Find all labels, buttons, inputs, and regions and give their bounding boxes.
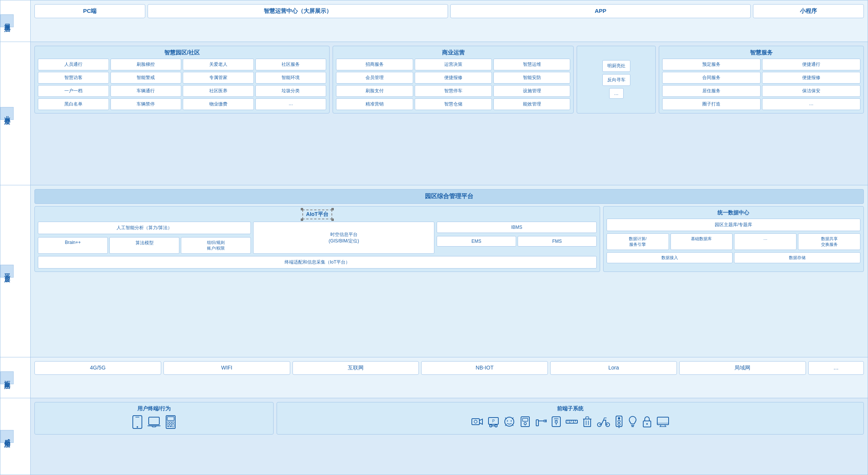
biz-item: 黑白名单 — [38, 98, 109, 110]
biz-item: 精准营销 — [336, 98, 413, 110]
biz-item: 设施管理 — [493, 85, 571, 97]
biz-item: 专属管家 — [183, 72, 254, 84]
data-dots: … — [734, 233, 796, 250]
convergence-layer-label: 汇聚层 — [0, 371, 14, 384]
frontend-systems-section: 前端子系统 — [277, 402, 864, 435]
special-item-dots: … — [609, 88, 624, 99]
smart-service-grid: 预定服务 便捷通行 合同服务 便捷报修 居住服务 保洁保安 圈子打造 … — [662, 59, 860, 110]
scooter-icon — [597, 416, 610, 429]
data-storage: 数据存储 — [734, 252, 860, 263]
face-recognition-icon — [504, 416, 515, 430]
algo-model: 算法模型 — [109, 237, 179, 254]
svg-point-41 — [555, 421, 557, 423]
org-rule-acct: 组织/规则 账户/权限 — [181, 237, 251, 254]
business-sections: 智慧园区/社区 人员通行 刷脸梯控 关爱老人 社区服务 智慧访客 智能警戒 专属… — [34, 46, 864, 113]
biz-item: 合同服务 — [662, 72, 761, 84]
biz-item: 便捷通行 — [762, 59, 860, 70]
mobile-icon — [132, 415, 143, 431]
biz-item: 招商服务 — [336, 59, 413, 70]
convergence-items: 4G/5G WIFI 互联网 NB-IOT Lora 局域网 … — [34, 361, 864, 375]
pres-ops-center: 智慧运营中心（大屏展示） — [148, 4, 448, 18]
user-terminal-icons — [38, 415, 270, 431]
camera-icon — [471, 416, 483, 429]
spatio-platform: 时空信息平台 (GIS/BIM/定位) — [253, 222, 434, 254]
biz-item: 智慧停车 — [415, 85, 492, 97]
data-bottom-row: 数据接入 数据存储 — [607, 252, 860, 263]
biz-item: 运营决策 — [415, 59, 492, 70]
terminal-box: 终端适配和信息采集（IoT平台） — [38, 256, 597, 269]
pres-app: APP — [450, 4, 751, 18]
ai-analysis-box: 人工智能分析（算力/算法） — [38, 222, 251, 234]
biz-item: 智慧访客 — [38, 72, 109, 84]
biz-item: 智能安防 — [493, 72, 571, 84]
svg-rect-10 — [167, 422, 169, 423]
waste-bin-icon — [582, 416, 592, 430]
commercial-ops-title: 商业运营 — [336, 49, 570, 56]
svg-point-64 — [646, 423, 648, 425]
aiot-sub-row: Brain++ 算法模型 组织/规则 账户/权限 — [38, 237, 251, 254]
svg-rect-3 — [149, 417, 159, 425]
lock-icon — [642, 416, 652, 430]
biz-item: 社区医养 — [183, 85, 254, 97]
conv-wifi: WIFI — [163, 361, 290, 375]
business-layer-label: 业务层 — [0, 107, 14, 120]
biz-item: 能效管理 — [493, 98, 571, 110]
commercial-ops-grid: 招商服务 运营决策 智慧运维 会员管理 便捷报修 智能安防 刷脸支付 智慧停车 … — [336, 59, 570, 110]
perception-layer: 感知层 用户终端/行为 — [0, 398, 868, 475]
platform-layer-label: 平台层 — [0, 265, 14, 278]
user-terminal-title: 用户终端/行为 — [38, 405, 270, 412]
svg-rect-49 — [584, 419, 591, 427]
biz-item: 一户一档 — [38, 85, 109, 97]
pres-miniapp: 小程序 — [753, 4, 864, 18]
aiot-title-row: AIoT平台 — [38, 210, 597, 219]
svg-rect-13 — [167, 424, 169, 425]
svg-rect-65 — [657, 417, 669, 425]
special-item-mingchu: 明厨亮灶 — [602, 60, 630, 72]
special-item-fxc: 反向寻车 — [602, 74, 630, 86]
traffic-light-icon — [615, 415, 623, 430]
measure-icon — [566, 417, 578, 428]
biz-item: 关爱老人 — [183, 59, 254, 70]
access-control-icon — [520, 416, 531, 430]
data-center-title: 统一数据中心 — [607, 210, 860, 216]
biz-item: 社区服务 — [255, 59, 327, 70]
smart-campus-section: 智慧园区/社区 人员通行 刷脸梯控 关爱老人 社区服务 智慧访客 智能警戒 专属… — [34, 46, 330, 113]
conv-lora: Lora — [550, 361, 677, 375]
svg-rect-18 — [472, 419, 479, 425]
vehicle-gate-icon: P — [488, 416, 499, 430]
biz-item: 刷脸支付 — [336, 85, 413, 97]
light-bulb-icon — [628, 416, 638, 430]
svg-point-21 — [490, 425, 492, 427]
special-items-col: 明厨亮灶 反向寻车 … — [577, 46, 656, 113]
biz-item: … — [255, 98, 327, 110]
biz-item: 智慧仓储 — [415, 98, 492, 110]
theme-db-box: 园区主题库/专题库 — [607, 219, 860, 231]
ibms-box: IBMS — [437, 222, 596, 233]
gate-barrier-icon — [535, 416, 547, 430]
commercial-ops-section: 商业运营 招商服务 运营决策 智慧运维 会员管理 便捷报修 智能安防 刷脸支付 … — [333, 46, 574, 113]
biz-item: 智能警戒 — [110, 72, 182, 84]
basic-db: 基础数据库 — [670, 233, 733, 250]
smart-campus-title: 智慧园区/社区 — [38, 49, 326, 56]
presentation-layer: 展现层 PC端 智慧运营中心（大屏展示） APP 小程序 — [0, 0, 868, 42]
fms-box: FMS — [518, 236, 597, 247]
svg-point-57 — [618, 417, 620, 419]
biz-item: 刷脸梯控 — [110, 59, 182, 70]
biz-item: 会员管理 — [336, 72, 413, 84]
conv-lan: 局域网 — [679, 361, 806, 375]
biz-item: 便捷报修 — [415, 72, 492, 84]
conv-nbiot: NB-IOT — [421, 361, 548, 375]
biz-item: … — [762, 98, 860, 110]
aiot-title-label: AIoT平台 — [306, 211, 328, 217]
svg-point-27 — [510, 421, 512, 422]
aiot-inner-content: 人工智能分析（算力/算法） Brain++ 算法模型 组织/规则 账户/权限 时… — [38, 222, 597, 254]
conv-4g5g: 4G/5G — [34, 361, 161, 375]
svg-rect-11 — [170, 422, 171, 423]
biz-item: 车辆禁停 — [110, 98, 182, 110]
data-compute: 数据计算/ 服务引擎 — [607, 233, 669, 250]
ems-fms-row: EMS FMS — [437, 236, 596, 247]
biz-item: 车辆通行 — [110, 85, 182, 97]
svg-rect-17 — [170, 426, 171, 427]
biz-item: 物业缴费 — [183, 98, 254, 110]
conv-internet: 互联网 — [292, 361, 419, 375]
